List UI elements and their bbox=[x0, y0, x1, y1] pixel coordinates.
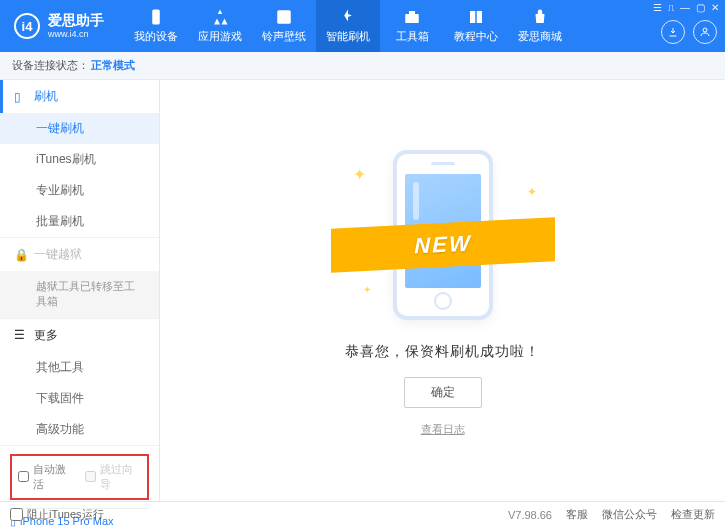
footer-wechat[interactable]: 微信公众号 bbox=[602, 507, 657, 522]
svg-rect-3 bbox=[409, 11, 415, 14]
nav-ringtones[interactable]: 铃声壁纸 bbox=[252, 0, 316, 52]
status-mode: 正常模式 bbox=[91, 58, 135, 73]
svg-point-4 bbox=[703, 28, 707, 32]
user-button[interactable] bbox=[693, 20, 717, 44]
nav-toolbox[interactable]: 工具箱 bbox=[380, 0, 444, 52]
toolbox-icon bbox=[403, 8, 421, 26]
version-label: V7.98.66 bbox=[508, 509, 552, 521]
nav-label: 爱思商城 bbox=[518, 29, 562, 44]
list-icon: ☰ bbox=[14, 328, 28, 342]
success-illustration: ✦ ✦ ✦ NEW bbox=[343, 145, 543, 325]
sidebar-item-itunes[interactable]: iTunes刷机 bbox=[0, 144, 159, 175]
nav-flash[interactable]: 智能刷机 bbox=[316, 0, 380, 52]
nav-label: 智能刷机 bbox=[326, 29, 370, 44]
svg-rect-2 bbox=[405, 14, 419, 23]
ribbon-text: NEW bbox=[414, 230, 471, 259]
highlighted-checkbox-row: 自动激活 跳过向导 bbox=[10, 454, 149, 500]
sidebar-header-flash[interactable]: ▯ 刷机 bbox=[0, 80, 159, 113]
status-label: 设备连接状态： bbox=[12, 58, 89, 73]
new-ribbon: NEW bbox=[331, 217, 555, 273]
sidebar-header-label: 更多 bbox=[34, 327, 58, 344]
nav-my-device[interactable]: 我的设备 bbox=[124, 0, 188, 52]
view-log-link[interactable]: 查看日志 bbox=[421, 422, 465, 437]
nav-store[interactable]: 爱思商城 bbox=[508, 0, 572, 52]
status-bar: 设备连接状态： 正常模式 bbox=[0, 52, 725, 80]
main-content: ✦ ✦ ✦ NEW 恭喜您，保资料刷机成功啦！ 确定 查看日志 bbox=[160, 80, 725, 501]
sidebar-item-oneclick[interactable]: 一键刷机 bbox=[0, 113, 159, 144]
block-itunes-checkbox[interactable]: 阻止iTunes运行 bbox=[10, 507, 104, 522]
sidebar-item-firmware[interactable]: 下载固件 bbox=[0, 383, 159, 414]
nav-label: 铃声壁纸 bbox=[262, 29, 306, 44]
sidebar-item-other[interactable]: 其他工具 bbox=[0, 352, 159, 383]
store-icon bbox=[531, 8, 549, 26]
top-right-actions bbox=[661, 0, 717, 52]
title-bar: i4 爱思助手 www.i4.cn 我的设备 应用游戏 铃声壁纸 智能刷机 工具… bbox=[0, 0, 725, 52]
svg-rect-1 bbox=[277, 10, 291, 24]
footer-update[interactable]: 检查更新 bbox=[671, 507, 715, 522]
sparkle-icon: ✦ bbox=[527, 185, 537, 199]
lock-icon: 🔒 bbox=[14, 248, 28, 262]
main-nav: 我的设备 应用游戏 铃声壁纸 智能刷机 工具箱 教程中心 爱思商城 bbox=[124, 0, 572, 52]
app-title: 爱思助手 bbox=[48, 12, 104, 29]
ok-button[interactable]: 确定 bbox=[404, 377, 482, 408]
wallpaper-icon bbox=[275, 8, 293, 26]
flash-icon bbox=[339, 8, 357, 26]
auto-activate-checkbox[interactable]: 自动激活 bbox=[18, 462, 75, 492]
sparkle-icon: ✦ bbox=[363, 284, 371, 295]
sidebar-item-batch[interactable]: 批量刷机 bbox=[0, 206, 159, 237]
nav-apps[interactable]: 应用游戏 bbox=[188, 0, 252, 52]
logo-icon: i4 bbox=[14, 13, 40, 39]
nav-tutorials[interactable]: 教程中心 bbox=[444, 0, 508, 52]
sidebar-item-pro[interactable]: 专业刷机 bbox=[0, 175, 159, 206]
book-icon bbox=[467, 8, 485, 26]
checkbox-label: 跳过向导 bbox=[100, 462, 142, 492]
success-message: 恭喜您，保资料刷机成功啦！ bbox=[345, 343, 540, 361]
nav-label: 教程中心 bbox=[454, 29, 498, 44]
skip-guide-checkbox[interactable]: 跳过向导 bbox=[85, 462, 142, 492]
apps-icon bbox=[211, 8, 229, 26]
checkbox-label: 自动激活 bbox=[33, 462, 75, 492]
jailbreak-note: 越狱工具已转移至工具箱 bbox=[0, 271, 159, 318]
app-subtitle: www.i4.cn bbox=[48, 29, 104, 40]
sidebar-item-advanced[interactable]: 高级功能 bbox=[0, 414, 159, 445]
sidebar-header-label: 一键越狱 bbox=[34, 246, 82, 263]
nav-label: 应用游戏 bbox=[198, 29, 242, 44]
sidebar-header-more[interactable]: ☰ 更多 bbox=[0, 319, 159, 352]
nav-label: 工具箱 bbox=[396, 29, 429, 44]
nav-label: 我的设备 bbox=[134, 29, 178, 44]
download-button[interactable] bbox=[661, 20, 685, 44]
app-logo: i4 爱思助手 www.i4.cn bbox=[0, 12, 118, 40]
phone-icon: ▯ bbox=[14, 90, 28, 104]
sidebar: ▯ 刷机 一键刷机 iTunes刷机 专业刷机 批量刷机 🔒 一键越狱 越狱工具… bbox=[0, 80, 160, 501]
footer-support[interactable]: 客服 bbox=[566, 507, 588, 522]
checkbox-label: 阻止iTunes运行 bbox=[27, 507, 104, 522]
sparkle-icon: ✦ bbox=[353, 165, 366, 184]
device-icon bbox=[147, 8, 165, 26]
sidebar-header-label: 刷机 bbox=[34, 88, 58, 105]
sidebar-header-jailbreak: 🔒 一键越狱 bbox=[0, 238, 159, 271]
svg-rect-0 bbox=[152, 10, 160, 25]
